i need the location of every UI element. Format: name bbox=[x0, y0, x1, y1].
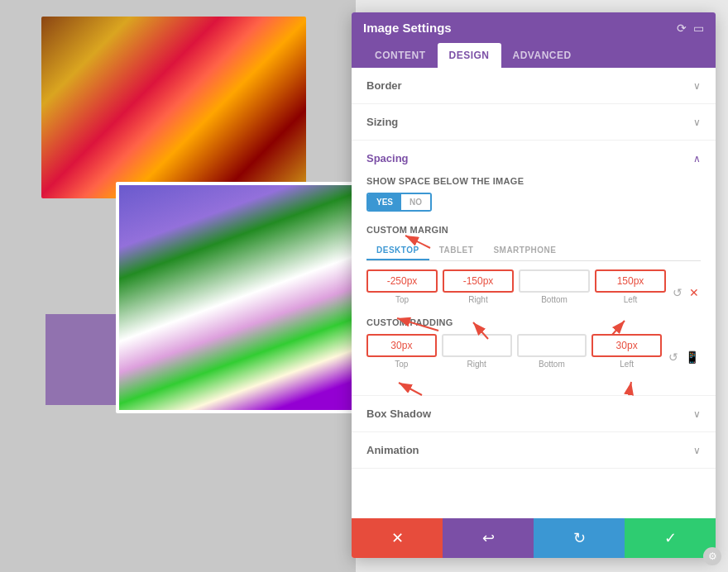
section-sizing-title: Sizing bbox=[366, 116, 398, 128]
margin-left-label: Left bbox=[624, 295, 638, 304]
section-box-shadow-header[interactable]: Box Shadow ∨ bbox=[352, 396, 716, 431]
device-tab-tablet[interactable]: TABLET bbox=[429, 241, 484, 260]
padding-right-label: Right bbox=[467, 360, 486, 369]
margin-left-group: Left bbox=[595, 269, 666, 304]
panel-footer: ✕ ↩ ↻ ✓ bbox=[352, 518, 716, 558]
tab-design[interactable]: Design bbox=[438, 43, 501, 68]
undo-icon: ↩ bbox=[482, 529, 495, 547]
show-space-field: Show Space Below The Image YES NO bbox=[366, 176, 701, 212]
section-spacing: Spacing ∧ Show Space Below The Image YES… bbox=[352, 141, 716, 396]
section-border-title: Border bbox=[366, 79, 402, 92]
sync-icon[interactable]: ⟳ bbox=[677, 21, 687, 35]
section-sizing: Sizing ∨ bbox=[352, 104, 716, 141]
margin-left-input[interactable] bbox=[595, 269, 666, 293]
padding-left-input[interactable] bbox=[592, 334, 662, 357]
undo-button[interactable]: ↩ bbox=[443, 518, 534, 558]
section-box-shadow: Box Shadow ∨ bbox=[352, 396, 716, 432]
section-animation-title: Animation bbox=[366, 444, 419, 456]
margin-top-input[interactable] bbox=[366, 269, 438, 293]
margin-bottom-group: Bottom bbox=[519, 269, 590, 304]
toggle-yes[interactable]: YES bbox=[368, 194, 401, 210]
toggle-no[interactable]: NO bbox=[401, 194, 430, 210]
section-animation: Animation ∨ bbox=[352, 432, 716, 469]
padding-top-label: Top bbox=[395, 360, 408, 369]
chevron-down-icon: ∨ bbox=[693, 80, 701, 92]
section-spacing-content: Show Space Below The Image YES NO Custom… bbox=[352, 176, 716, 395]
yes-no-toggle[interactable]: YES NO bbox=[366, 193, 432, 212]
cancel-icon: ✕ bbox=[391, 529, 404, 547]
padding-top-input[interactable] bbox=[366, 334, 437, 357]
save-button[interactable]: ✓ bbox=[625, 518, 716, 558]
padding-left-group: Left bbox=[592, 334, 662, 369]
section-sizing-header[interactable]: Sizing ∨ bbox=[352, 104, 716, 140]
margin-right-group: Right bbox=[443, 269, 514, 304]
cancel-button[interactable]: ✕ bbox=[352, 518, 443, 558]
padding-bottom-label: Bottom bbox=[539, 360, 565, 369]
tab-bar: Content Design Advanced bbox=[352, 43, 716, 68]
padding-right-input[interactable] bbox=[442, 334, 512, 357]
chevron-down-icon: ∨ bbox=[693, 117, 701, 128]
flower-image-bottom bbox=[116, 182, 364, 413]
margin-inputs-row: Top Right Bottom Left bbox=[366, 269, 701, 304]
tab-content[interactable]: Content bbox=[363, 43, 438, 68]
custom-margin-label: Custom Margin bbox=[366, 225, 701, 235]
redo-icon: ↻ bbox=[573, 529, 586, 547]
chevron-up-icon: ∧ bbox=[693, 153, 701, 164]
section-animation-header[interactable]: Animation ∨ bbox=[352, 432, 716, 468]
panel-body: Border ∨ Sizing ∨ Spacing ∧ Show Space B… bbox=[352, 68, 716, 518]
margin-actions: ↺ ✕ bbox=[671, 284, 701, 304]
toggle-wrap: YES NO bbox=[366, 193, 701, 212]
custom-padding-label: Custom Padding bbox=[366, 317, 701, 327]
device-tab-bar: DESKTOP TABLET SMARTPHONE bbox=[366, 241, 701, 261]
header-icons: ⟳ ▭ bbox=[677, 21, 704, 35]
device-tab-desktop[interactable]: DESKTOP bbox=[366, 241, 429, 260]
flower-image-top bbox=[41, 17, 306, 198]
section-spacing-header[interactable]: Spacing ∧ bbox=[352, 141, 716, 176]
show-space-label: Show Space Below The Image bbox=[366, 176, 701, 186]
padding-bottom-input[interactable] bbox=[517, 334, 587, 357]
redo-button[interactable]: ↻ bbox=[534, 518, 625, 558]
section-border-header[interactable]: Border ∨ bbox=[352, 68, 716, 103]
padding-bottom-group: Bottom bbox=[517, 334, 587, 369]
image-settings-panel: Image Settings ⟳ ▭ Content Design Advanc… bbox=[352, 12, 716, 558]
padding-left-label: Left bbox=[620, 360, 634, 369]
settings-gear-icon[interactable]: ⚙ bbox=[703, 547, 721, 565]
section-spacing-title: Spacing bbox=[366, 152, 409, 164]
margin-right-input[interactable] bbox=[443, 269, 514, 293]
tab-advanced[interactable]: Advanced bbox=[501, 43, 583, 68]
panel-title: Image Settings bbox=[363, 21, 452, 35]
custom-margin-field: Custom Margin DESKTOP TABLET SMARTPHONE … bbox=[366, 225, 701, 304]
panel-header: Image Settings ⟳ ▭ bbox=[352, 12, 716, 43]
margin-reset-icon[interactable]: ↺ bbox=[671, 284, 684, 301]
padding-top-group: Top bbox=[366, 334, 437, 369]
margin-right-label: Right bbox=[468, 295, 487, 304]
margin-top-label: Top bbox=[395, 295, 409, 304]
custom-padding-field: Custom Padding Top Right Bottom bbox=[366, 317, 701, 369]
margin-top-group: Top bbox=[366, 269, 438, 304]
chevron-down-icon: ∨ bbox=[693, 445, 701, 456]
section-border: Border ∨ bbox=[352, 68, 716, 104]
purple-accent-block bbox=[46, 314, 116, 405]
padding-reset-icon[interactable]: ↺ bbox=[667, 349, 680, 365]
save-icon: ✓ bbox=[664, 529, 677, 547]
margin-close-icon[interactable]: ✕ bbox=[687, 284, 701, 301]
padding-mobile-icon[interactable]: 📱 bbox=[683, 349, 701, 365]
margin-bottom-label: Bottom bbox=[541, 295, 568, 304]
margin-bottom-input[interactable] bbox=[519, 269, 590, 293]
chevron-down-icon: ∨ bbox=[693, 408, 701, 420]
padding-inputs-row: Top Right Bottom Left bbox=[366, 334, 701, 369]
device-tab-smartphone[interactable]: SMARTPHONE bbox=[483, 241, 566, 260]
padding-actions: ↺ 📱 bbox=[667, 349, 701, 369]
padding-right-group: Right bbox=[442, 334, 512, 369]
minimize-icon[interactable]: ▭ bbox=[693, 21, 704, 35]
section-box-shadow-title: Box Shadow bbox=[366, 408, 431, 420]
